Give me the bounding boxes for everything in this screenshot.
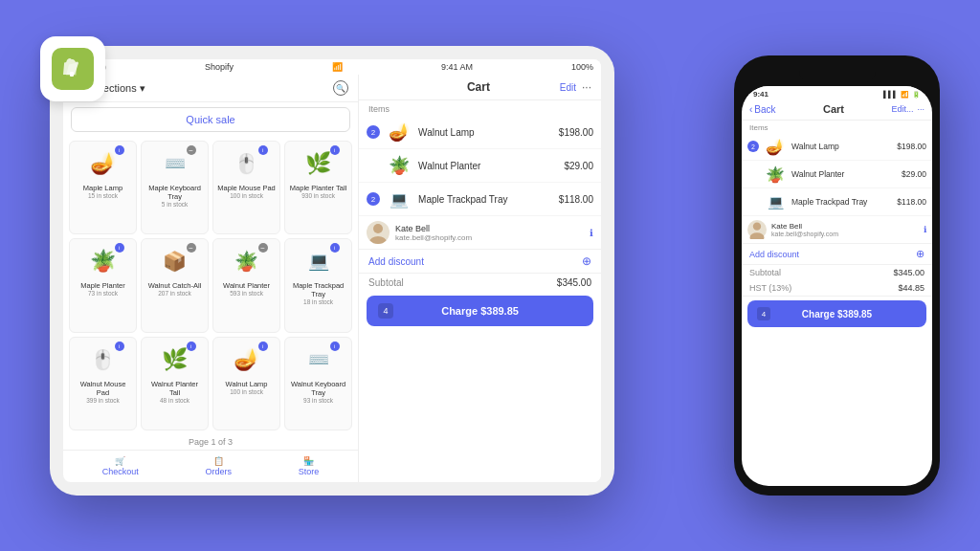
product-stock: 930 in stock bbox=[301, 192, 335, 199]
more-options-button[interactable]: ··· bbox=[582, 80, 591, 94]
orders-icon: 📋 bbox=[213, 456, 224, 466]
item-image: 🪔 bbox=[386, 121, 412, 143]
product-stock: 73 in stock bbox=[88, 290, 118, 297]
customer-info: Kate Bell kate.bell@shopify.com bbox=[771, 222, 838, 237]
hst-value: $44.85 bbox=[898, 283, 924, 293]
product-name: Maple Trackpad Tray bbox=[289, 281, 347, 298]
item-price: $198.00 bbox=[559, 127, 593, 138]
tablet-time: 9:41 AM bbox=[441, 62, 473, 72]
list-item[interactable]: 🌿 i Walnut Planter Tall 48 in stock bbox=[141, 337, 209, 430]
list-item[interactable]: 💻 i Maple Trackpad Tray 18 in stock bbox=[284, 238, 352, 332]
customer-avatar bbox=[747, 220, 767, 239]
quick-sale-bar[interactable]: Quick sale bbox=[71, 107, 350, 132]
table-row: 2 🪔 Walnut Lamp $198.00 bbox=[359, 116, 601, 149]
phone-nav: ‹ Back Cart Edit... ··· bbox=[742, 100, 932, 121]
charge-button[interactable]: 4 Charge $389.85 bbox=[367, 296, 593, 326]
subtotal-row: Subtotal $345.00 bbox=[742, 265, 932, 280]
discount-label: Add discount bbox=[368, 256, 424, 267]
item-image: 💻 bbox=[386, 187, 412, 210]
items-label: Items bbox=[359, 100, 601, 116]
product-image: 🖱️ i bbox=[82, 342, 124, 378]
product-name: Maple Mouse Pad bbox=[217, 184, 275, 192]
list-item[interactable]: 🖱️ i Maple Mouse Pad 100 in stock bbox=[212, 141, 280, 234]
discount-row[interactable]: Add discount ⊕ bbox=[742, 244, 932, 265]
cart-title: Cart bbox=[467, 80, 490, 94]
customer-info: Kate Bell kate.bell@shopify.com bbox=[395, 224, 584, 242]
phone: 9:41 ▌▌▌ 📶 🔋 ‹ Back Cart Edit... ··· bbox=[734, 55, 940, 496]
phone-notch bbox=[799, 65, 876, 82]
product-name: Walnut Planter bbox=[223, 281, 270, 290]
item-image: 💻 bbox=[764, 192, 787, 211]
product-stock: 18 in stock bbox=[303, 298, 333, 305]
info-badge: i bbox=[330, 145, 340, 155]
products-panel: All collections ▾ 🔍 Quick sale 🪔 i bbox=[63, 75, 359, 482]
info-badge: i bbox=[115, 145, 124, 155]
phone-more-button[interactable]: ··· bbox=[917, 104, 924, 114]
checkout-icon: 🛒 bbox=[115, 456, 125, 466]
cart-header: Cart Edit ··· bbox=[359, 75, 601, 100]
list-item[interactable]: ⌨️ i Walnut Keyboard Tray 93 in stock bbox=[284, 337, 352, 430]
subtotal-row: Subtotal $345.00 bbox=[359, 274, 601, 292]
product-name: Maple Keyboard Tray bbox=[145, 184, 204, 201]
product-stock: 399 in stock bbox=[86, 397, 120, 404]
tablet-battery: 100% bbox=[571, 62, 593, 72]
list-item[interactable]: 🌿 i Maple Planter Tall 930 in stock bbox=[284, 141, 352, 234]
orders-tab[interactable]: 📋 Orders bbox=[206, 456, 233, 476]
search-icon[interactable]: 🔍 bbox=[333, 80, 348, 96]
charge-button[interactable]: 4 Charge $389.85 bbox=[747, 300, 926, 327]
subtotal-value: $345.00 bbox=[893, 268, 924, 277]
item-price: $198.00 bbox=[897, 142, 926, 151]
checkout-tab[interactable]: 🛒 Checkout bbox=[102, 456, 139, 476]
product-image: ⌨️ i bbox=[298, 342, 340, 378]
phone-screen: 9:41 ▌▌▌ 📶 🔋 ‹ Back Cart Edit... ··· bbox=[742, 86, 932, 486]
product-image: 🪴 − bbox=[226, 243, 268, 279]
tablet-status-bar: Shopify 📶 9:41 AM 100% bbox=[63, 59, 601, 75]
list-item[interactable]: 🪴 i Maple Planter 73 in stock bbox=[69, 238, 137, 332]
customer-avatar bbox=[367, 221, 390, 244]
list-item[interactable]: 🪔 i Maple Lamp 15 in stock bbox=[69, 141, 137, 234]
minus-badge: − bbox=[187, 145, 196, 155]
discount-row[interactable]: Add discount ⊕ bbox=[359, 250, 601, 274]
product-name: Maple Planter bbox=[80, 281, 124, 290]
info-badge: i bbox=[258, 145, 268, 155]
list-item[interactable]: 🖱️ i Walnut Mouse Pad 399 in stock bbox=[69, 337, 137, 430]
svg-point-3 bbox=[753, 223, 761, 231]
orders-label: Orders bbox=[206, 467, 233, 476]
shopify-logo bbox=[40, 36, 105, 101]
subtotal-label: Subtotal bbox=[368, 277, 404, 288]
product-image: 🖱️ i bbox=[226, 145, 268, 182]
product-name: Walnut Planter Tall bbox=[145, 380, 204, 397]
cart-edit-button[interactable]: Edit bbox=[560, 82, 576, 93]
product-image: 📦 − bbox=[154, 243, 196, 279]
back-button[interactable]: ‹ Back bbox=[749, 104, 776, 115]
item-image: 🪴 bbox=[386, 154, 412, 177]
item-quantity-badge: 2 bbox=[367, 192, 380, 206]
product-stock: 593 in stock bbox=[230, 290, 263, 297]
list-item[interactable]: 🪔 i Walnut Lamp 100 in stock bbox=[212, 337, 280, 430]
list-item[interactable]: 📦 − Walnut Catch-All 207 in stock bbox=[141, 238, 209, 332]
store-tab[interactable]: 🏪 Store bbox=[299, 456, 320, 476]
cart-panel: Cart Edit ··· Items 2 🪔 Walnut Lamp $198… bbox=[359, 75, 601, 482]
product-image: ⌨️ − bbox=[154, 145, 196, 182]
back-label: Back bbox=[754, 104, 775, 115]
list-item[interactable]: ⌨️ − Maple Keyboard Tray 5 in stock bbox=[141, 141, 209, 234]
svg-point-1 bbox=[373, 224, 383, 233]
list-item[interactable]: 🪴 − Walnut Planter 593 in stock bbox=[212, 238, 280, 332]
phone-edit-button[interactable]: Edit... bbox=[891, 104, 913, 114]
product-image: 💻 i bbox=[298, 243, 340, 279]
minus-badge: − bbox=[187, 243, 196, 253]
product-name: Walnut Lamp bbox=[226, 380, 268, 388]
item-image: 🪔 bbox=[764, 137, 787, 156]
table-row: 2 💻 Maple Trackpad Tray $118.00 bbox=[359, 183, 601, 216]
product-image: 🪔 i bbox=[82, 145, 124, 182]
scene: Shopify 📶 9:41 AM 100% All collections ▾… bbox=[31, 27, 949, 524]
tablet-screen: Shopify 📶 9:41 AM 100% All collections ▾… bbox=[63, 59, 601, 482]
item-price: $29.00 bbox=[564, 161, 593, 171]
info-badge: i bbox=[330, 243, 340, 253]
item-name: Maple Trackpad Tray bbox=[791, 197, 892, 207]
add-discount-icon: ⊕ bbox=[916, 248, 924, 260]
hst-row: HST (13%) $44.85 bbox=[742, 280, 932, 297]
product-name: Walnut Catch-All bbox=[148, 281, 202, 290]
phone-time: 9:41 bbox=[753, 90, 768, 99]
chevron-down-icon: ▾ bbox=[140, 82, 145, 95]
